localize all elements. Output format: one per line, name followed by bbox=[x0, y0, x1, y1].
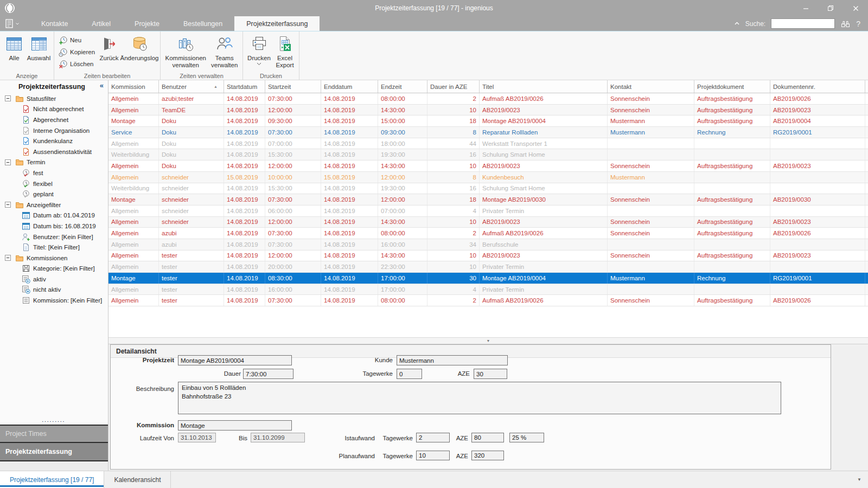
menu-tab-artikel[interactable]: Artikel bbox=[80, 16, 123, 31]
projektzeit-field[interactable]: Montage AB2019/0004 bbox=[178, 355, 292, 365]
expander-icon[interactable] bbox=[4, 159, 11, 166]
sidebar-collapse-icon[interactable]: « bbox=[100, 81, 104, 89]
column-header-kommission[interactable]: Kommission bbox=[108, 80, 159, 93]
column-header-startdatum[interactable]: Startdatum bbox=[224, 80, 265, 93]
expander-icon[interactable] bbox=[4, 201, 11, 208]
tree-item-aussendienstaktivität[interactable]: Aussendienstaktivität bbox=[0, 146, 108, 157]
table-row[interactable]: Allgemeinazubi14.08.201907:30:0014.08.20… bbox=[108, 228, 868, 239]
column-header-startzeit[interactable]: Startzeit bbox=[265, 80, 321, 93]
tree-item-abgerechnet[interactable]: Abgerechnet bbox=[0, 114, 108, 125]
column-header-enddatum[interactable]: Enddatum bbox=[321, 80, 378, 93]
tree-item-aktiv[interactable]: aktiv bbox=[0, 274, 108, 285]
table-row[interactable]: AllgemeinDoku14.08.201912:00:0014.08.201… bbox=[108, 160, 868, 172]
table-row[interactable]: AllgemeinDoku14.08.201907:00:0014.08.201… bbox=[108, 138, 868, 150]
plan-aze-field[interactable]: 320 bbox=[471, 451, 504, 460]
tree-item-kategorie-kein-filter[interactable]: Kategorie: [Kein Filter] bbox=[0, 264, 108, 274]
laufzeit-von-field[interactable]: 31.10.2013 bbox=[178, 433, 216, 442]
ist-prozent-field[interactable]: 25 % bbox=[509, 433, 544, 442]
app-menu-button[interactable] bbox=[0, 16, 23, 31]
panel-projektzeiterfassung[interactable]: Projektzeiterfassung bbox=[0, 443, 108, 460]
table-row[interactable]: Allgemeinazubi14.08.201907:30:0014.08.20… bbox=[108, 239, 868, 251]
view-tab-projektzeiterfassung-19-77[interactable]: Projektzeiterfassung [19 / 77] bbox=[0, 471, 104, 488]
restore-button[interactable] bbox=[818, 0, 843, 16]
panel-project-times[interactable]: Project Times bbox=[0, 426, 108, 442]
tree-item-geplant[interactable]: geplant bbox=[0, 189, 108, 200]
tabbar-overflow-icon[interactable]: ▼ bbox=[857, 471, 868, 488]
kommission-field[interactable]: Montage bbox=[178, 420, 292, 431]
tree-item-flexibel[interactable]: flexibel bbox=[0, 178, 108, 189]
tree-item-kommissionen[interactable]: Kommissionen bbox=[0, 253, 108, 264]
dauer-field[interactable]: 7:30:00 bbox=[243, 369, 293, 379]
menu-tab-projekte[interactable]: Projekte bbox=[123, 16, 171, 31]
table-row[interactable]: Allgemeinschneider14.08.201912:00:0014.0… bbox=[108, 217, 868, 228]
menu-tab-kontakte[interactable]: Kontakte bbox=[29, 16, 80, 31]
column-header-titel[interactable]: Titel bbox=[480, 80, 608, 93]
table-row[interactable]: WeiterbildungDoku14.08.201915:30:0014.08… bbox=[108, 149, 868, 160]
menu-tab-projektzeiterfassung[interactable]: Projektzeiterfassung bbox=[234, 16, 320, 31]
tree-item-nicht-abgerechnet[interactable]: Nicht abgerechnet bbox=[0, 104, 108, 115]
tree-item-benutzer-kein-filter[interactable]: Benutzer: [Kein Filter] bbox=[0, 232, 108, 242]
table-row[interactable]: ServiceDoku14.08.201907:30:0014.08.20190… bbox=[108, 127, 868, 138]
tree-item-termin[interactable]: Termin bbox=[0, 157, 108, 168]
table-row[interactable]: Weiterbildungschneider14.08.201915:30:00… bbox=[108, 183, 868, 195]
expander-icon[interactable] bbox=[4, 254, 11, 261]
column-header-kontakt[interactable]: Kontakt bbox=[608, 80, 694, 93]
grid-detail-splitter[interactable]: ▼ bbox=[108, 337, 868, 344]
column-header-projektdokument[interactable]: Projektdokument bbox=[694, 80, 770, 93]
view-tab-kalenderansicht[interactable]: Kalenderansicht bbox=[104, 471, 171, 488]
aenderungslog-button[interactable]: Änderungslog bbox=[121, 33, 158, 62]
tree-item-kommission-kein-filter[interactable]: Kommission: [Kein Filter] bbox=[0, 295, 108, 306]
table-row[interactable]: Allgemeintester14.08.201920:00:0014.08.2… bbox=[108, 261, 868, 273]
kommissionen-verwalten-button[interactable]: Kommissionenverwalten bbox=[163, 33, 208, 69]
teams-verwalten-button[interactable]: Teamsverwalten bbox=[208, 33, 240, 69]
table-row[interactable]: AllgemeinTeamDE14.08.201912:00:0014.08.2… bbox=[108, 105, 868, 116]
column-header-dokumentennr[interactable]: Dokumentennr. bbox=[770, 80, 865, 93]
aze-field[interactable]: 30 bbox=[474, 369, 507, 379]
table-row[interactable]: MontageDoku14.08.201909:30:0014.08.20191… bbox=[108, 115, 868, 127]
minimize-button[interactable] bbox=[793, 0, 818, 16]
tree-item-titel-kein-filter[interactable]: Titel: [Kein Filter] bbox=[0, 242, 108, 253]
auswahl-button[interactable]: Auswahl bbox=[26, 33, 52, 62]
help-icon[interactable]: ? bbox=[856, 20, 860, 28]
tree-item-fest[interactable]: fest bbox=[0, 168, 108, 178]
table-row-selected[interactable]: Montagetester14.08.201908:30:0014.08.201… bbox=[108, 273, 868, 284]
binoculars-icon[interactable] bbox=[840, 19, 851, 28]
drucken-button[interactable]: Drucken bbox=[245, 33, 273, 66]
tree-item-statusfilter[interactable]: Statusfilter bbox=[0, 93, 108, 104]
column-header-benutzer[interactable]: Benutzer▲ bbox=[159, 80, 224, 93]
ribbon-collapse-icon[interactable] bbox=[734, 21, 740, 26]
table-row[interactable]: Allgemeinschneider15.08.201910:00:0015.0… bbox=[108, 172, 868, 183]
search-input[interactable] bbox=[771, 18, 835, 29]
neu-button[interactable]: Neu bbox=[59, 35, 95, 46]
tree-item-nicht-aktiv[interactable]: nicht aktiv bbox=[0, 285, 108, 296]
column-header-endzeit[interactable]: Endzeit bbox=[378, 80, 427, 93]
table-row[interactable]: Allgemeintester14.08.201916:00:0014.08.2… bbox=[108, 284, 868, 296]
cell-startzeit: 07:00:00 bbox=[265, 138, 321, 149]
tree-item-datum-ab-01-04-2019[interactable]: Datum ab: 01.04.2019 bbox=[0, 210, 108, 221]
zurueck-button[interactable]: Zurück bbox=[97, 33, 121, 62]
tree-item-interne-organisation[interactable]: Interne Organisation bbox=[0, 125, 108, 136]
ist-aze-field[interactable]: 80 bbox=[471, 433, 504, 442]
table-row[interactable]: Allgemeinazubi;tester14.08.201907:30:001… bbox=[108, 93, 868, 105]
table-row[interactable]: Montageschneider14.08.201907:30:0014.08.… bbox=[108, 194, 868, 206]
table-row[interactable]: Allgemeinschneider14.08.201906:00:0014.0… bbox=[108, 206, 868, 217]
beschreibung-field[interactable]: Einbau von 5 Rollläden Bahnhofstraße 23 bbox=[178, 382, 781, 414]
panel-drag-handle[interactable]: ▪▪▪▪▪▪▪▪▪ bbox=[0, 420, 108, 423]
kunde-field[interactable]: Mustermann bbox=[397, 355, 508, 365]
tree-item-anzeigefilter[interactable]: Anzeigefilter bbox=[0, 200, 108, 210]
alle-button[interactable]: Alle bbox=[2, 33, 26, 62]
column-header-dauer-in-aze[interactable]: Dauer in AZE bbox=[427, 80, 480, 93]
tree-item-datum-bis-16-08-2019[interactable]: Datum bis: 16.08.2019 bbox=[0, 221, 108, 232]
table-row[interactable]: Allgemeintester14.08.201907:30:0014.08.2… bbox=[108, 295, 868, 306]
loeschen-button[interactable]: Löschen bbox=[59, 59, 95, 69]
excel-export-button[interactable]: ExcelExport bbox=[273, 33, 297, 69]
table-row[interactable]: Allgemeintester14.08.201912:00:0014.08.2… bbox=[108, 251, 868, 262]
tree-item-kundenkulanz[interactable]: Kundenkulanz bbox=[0, 136, 108, 146]
laufzeit-bis-field[interactable]: 31.10.2099 bbox=[251, 433, 305, 442]
cell-enddatum: 14.08.2019 bbox=[321, 138, 378, 149]
kopieren-button[interactable]: Kopieren bbox=[59, 47, 95, 57]
menu-tab-bestellungen[interactable]: Bestellungen bbox=[171, 16, 234, 31]
cell-titel: Privater Termin bbox=[480, 206, 608, 216]
close-button[interactable] bbox=[843, 0, 868, 16]
expander-icon[interactable] bbox=[4, 95, 11, 102]
